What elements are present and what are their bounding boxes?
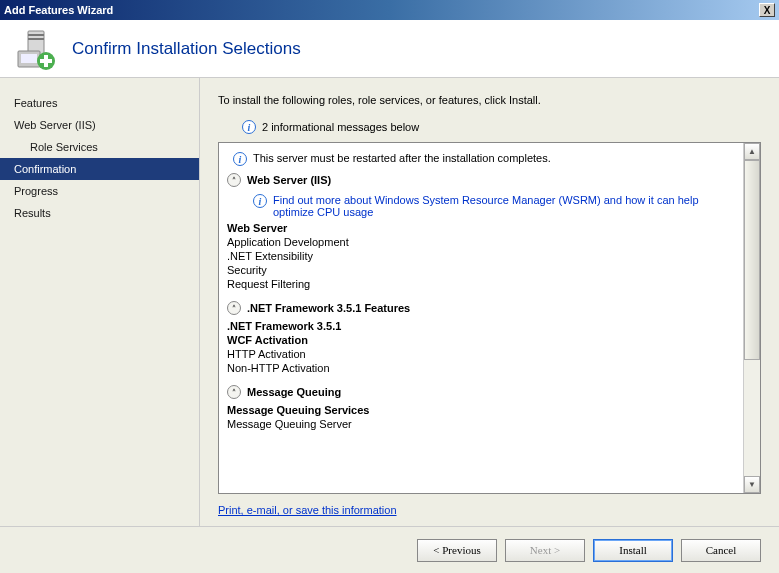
sidebar-item-results[interactable]: Results xyxy=(0,202,199,224)
title-bar: Add Features Wizard X xyxy=(0,0,779,20)
item-net-ext: .NET Extensibility xyxy=(227,249,735,263)
panel-content: i This server must be restarted after th… xyxy=(219,143,743,493)
item-security: Security xyxy=(227,263,735,277)
sidebar-item-features[interactable]: Features xyxy=(0,92,199,114)
collapse-icon[interactable]: ˄ xyxy=(227,173,241,187)
restart-message: This server must be restarted after the … xyxy=(253,152,551,164)
scroll-thumb[interactable] xyxy=(744,160,760,360)
item-req-filter: Request Filtering xyxy=(227,277,735,291)
section-header-netfx: ˄ .NET Framework 3.5.1 Features xyxy=(227,297,735,319)
sidebar-item-progress[interactable]: Progress xyxy=(0,180,199,202)
collapse-icon[interactable]: ˄ xyxy=(227,301,241,315)
wizard-footer: < Previous Next > Install Cancel xyxy=(0,526,779,573)
intro-text: To install the following roles, role ser… xyxy=(218,94,761,106)
info-icon: i xyxy=(253,194,267,208)
page-title: Confirm Installation Selections xyxy=(72,39,301,59)
section-title: Message Queuing xyxy=(247,386,341,398)
wsrm-link[interactable]: Find out more about Windows System Resou… xyxy=(273,194,735,218)
svg-rect-4 xyxy=(21,54,37,63)
cancel-button[interactable]: Cancel xyxy=(681,539,761,562)
restart-message-row: i This server must be restarted after th… xyxy=(227,149,735,169)
item-http-activation: HTTP Activation xyxy=(227,347,735,361)
close-button[interactable]: X xyxy=(759,3,775,17)
sidebar-item-role-services[interactable]: Role Services xyxy=(0,136,199,158)
item-net351: .NET Framework 3.5.1 xyxy=(227,319,735,333)
svg-rect-7 xyxy=(40,59,52,63)
wizard-body: Features Web Server (IIS) Role Services … xyxy=(0,78,779,526)
next-button: Next > xyxy=(505,539,585,562)
install-button[interactable]: Install xyxy=(593,539,673,562)
scroll-down-button[interactable]: ▼ xyxy=(744,476,760,493)
section-title: .NET Framework 3.5.1 Features xyxy=(247,302,410,314)
scroll-track[interactable] xyxy=(744,160,760,476)
scrollbar[interactable]: ▲ ▼ xyxy=(743,143,760,493)
item-nonhttp-activation: Non-HTTP Activation xyxy=(227,361,735,375)
svg-rect-2 xyxy=(28,38,44,40)
section-header-iis: ˄ Web Server (IIS) xyxy=(227,169,735,191)
wsrm-row: i Find out more about Windows System Res… xyxy=(227,191,735,221)
info-messages-row: i 2 informational messages below xyxy=(242,120,761,134)
info-icon: i xyxy=(233,152,247,166)
wizard-icon xyxy=(14,27,58,71)
scroll-up-button[interactable]: ▲ xyxy=(744,143,760,160)
info-count-text: 2 informational messages below xyxy=(262,121,419,133)
svg-rect-1 xyxy=(28,34,44,36)
section-title: Web Server (IIS) xyxy=(247,174,331,186)
item-wcf: WCF Activation xyxy=(227,333,735,347)
item-web-server: Web Server xyxy=(227,221,735,235)
item-app-dev: Application Development xyxy=(227,235,735,249)
sidebar-item-confirmation[interactable]: Confirmation xyxy=(0,158,199,180)
section-header-msmq: ˄ Message Queuing xyxy=(227,381,735,403)
info-icon: i xyxy=(242,120,256,134)
main-content: To install the following roles, role ser… xyxy=(200,78,779,526)
wizard-header: Confirm Installation Selections xyxy=(0,20,779,78)
sidebar: Features Web Server (IIS) Role Services … xyxy=(0,78,200,526)
collapse-icon[interactable]: ˄ xyxy=(227,385,241,399)
print-email-save-link[interactable]: Print, e-mail, or save this information xyxy=(218,504,761,516)
previous-button[interactable]: < Previous xyxy=(417,539,497,562)
window-title: Add Features Wizard xyxy=(4,4,113,16)
sidebar-item-web-server-iis[interactable]: Web Server (IIS) xyxy=(0,114,199,136)
item-msmq-server: Message Queuing Server xyxy=(227,417,735,431)
selections-panel: i This server must be restarted after th… xyxy=(218,142,761,494)
item-msmq-services: Message Queuing Services xyxy=(227,403,735,417)
